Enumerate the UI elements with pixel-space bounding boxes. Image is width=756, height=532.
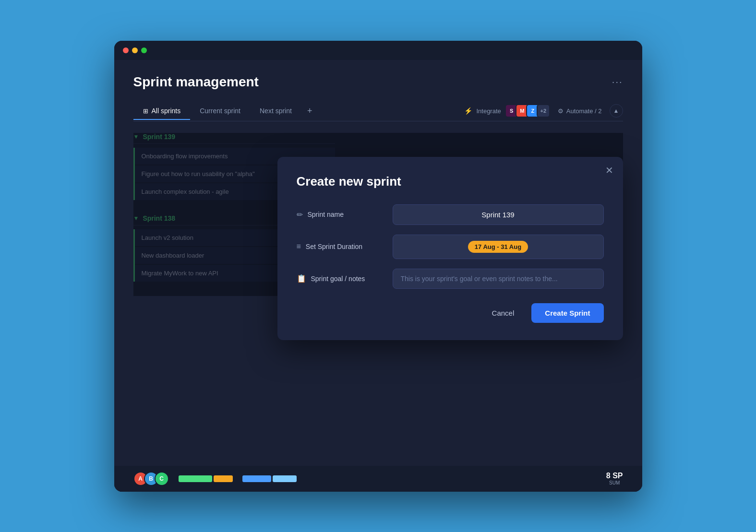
add-tab-button[interactable]: + (301, 101, 318, 121)
maximize-button[interactable] (141, 47, 147, 53)
duration-icon: ≡ (297, 242, 301, 251)
progress-bar-2 (242, 475, 297, 482)
chevron-up-icon: ▲ (613, 107, 619, 114)
integrate-button[interactable]: ⚡ Integrate S M Z +2 (464, 104, 550, 118)
progress-lightblue (273, 475, 297, 482)
modal-title: Create new sprint (297, 174, 604, 189)
sprint-notes-label: 📋 Sprint goal / notes (297, 274, 383, 283)
app-container: Sprint management ··· ⊞ All sprints Curr… (114, 60, 642, 492)
sprint-notes-input[interactable] (393, 269, 604, 289)
footer-bar: A B C 8 SP SUM (114, 466, 642, 492)
tab-all-sprints[interactable]: ⊞ All sprints (133, 102, 191, 119)
automate-button[interactable]: ⚙ Automate / 2 (558, 107, 602, 115)
titlebar (114, 41, 642, 60)
automate-icon: ⚙ (558, 107, 564, 115)
minimize-button[interactable] (132, 47, 138, 53)
create-sprint-button[interactable]: Create Sprint (531, 303, 603, 323)
sprint-duration-row: ≡ Set Sprint Duration 17 Aug - 31 Aug (297, 235, 604, 259)
sprint-name-label: ✏ Sprint name (297, 210, 383, 219)
cancel-button[interactable]: Cancel (482, 304, 524, 322)
sprint-duration-field[interactable]: 17 Aug - 31 Aug (393, 235, 604, 259)
duration-badge: 17 Aug - 31 Aug (468, 241, 528, 253)
progress-green (179, 475, 212, 482)
tabs-right-actions: ⚡ Integrate S M Z +2 ⚙ Automate / 2 ▲ (464, 104, 623, 118)
sp-badge: 8 SP SUM (606, 472, 623, 485)
progress-yellow (214, 475, 233, 482)
progress-blue (242, 475, 271, 482)
collapse-button[interactable]: ▲ (610, 104, 623, 118)
close-button[interactable] (123, 47, 129, 53)
integration-avatars: S M Z +2 (505, 104, 550, 118)
app-window: Sprint management ··· ⊞ All sprints Curr… (114, 41, 642, 492)
more-menu-icon[interactable]: ··· (612, 76, 623, 87)
tabs-row: ⊞ All sprints Current sprint Next sprint… (133, 101, 623, 121)
sp-label: SUM (606, 480, 623, 485)
footer-avatar-3: C (155, 472, 169, 486)
integrate-icon: ⚡ (464, 107, 472, 115)
tab-next-sprint[interactable]: Next sprint (250, 102, 301, 119)
pencil-icon: ✏ (297, 210, 303, 219)
modal-actions: Cancel Create Sprint (297, 303, 604, 323)
tab-current-sprint[interactable]: Current sprint (190, 102, 250, 119)
footer-avatar-group: A B C (133, 472, 169, 486)
page-title: Sprint management (133, 74, 259, 90)
progress-bar-1 (179, 475, 233, 482)
content-area: ▼ Sprint 139 Onboarding flow improvement… (133, 133, 623, 296)
sprint-name-row: ✏ Sprint name (297, 204, 604, 225)
sprint-name-input[interactable] (393, 204, 604, 225)
more-integrations-avatar: +2 (537, 104, 550, 118)
sprint-notes-row: 📋 Sprint goal / notes (297, 269, 604, 289)
sp-value: 8 SP (606, 472, 623, 480)
grid-icon: ⊞ (143, 107, 148, 115)
create-sprint-modal: ✕ Create new sprint ✏ Sprint name ≡ Set … (277, 157, 623, 340)
sprint-duration-label: ≡ Set Sprint Duration (297, 242, 383, 251)
page-header: Sprint management ··· (133, 74, 623, 90)
modal-close-button[interactable]: ✕ (605, 166, 613, 175)
notes-icon: 📋 (297, 274, 306, 283)
